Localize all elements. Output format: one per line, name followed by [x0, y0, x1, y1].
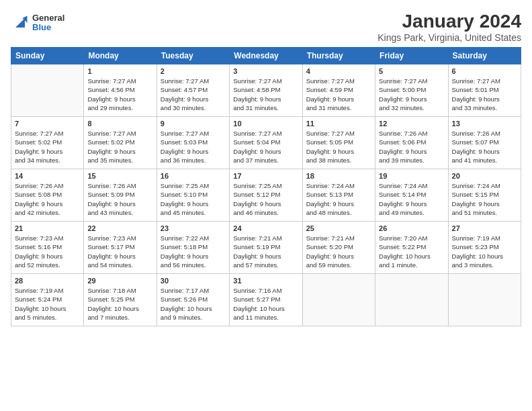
- weekday-header-friday: Friday: [375, 48, 448, 64]
- day-number: 11: [306, 120, 371, 128]
- weekday-header-tuesday: Tuesday: [157, 48, 229, 64]
- day-number: 27: [452, 224, 517, 232]
- calendar-cell: 13Sunrise: 7:26 AMSunset: 5:07 PMDayligh…: [448, 117, 521, 169]
- day-number: 6: [452, 67, 517, 75]
- day-number: 21: [15, 224, 80, 232]
- calendar-cell: 29Sunrise: 7:18 AMSunset: 5:25 PMDayligh…: [84, 274, 157, 326]
- day-number: 9: [161, 120, 226, 128]
- logo-general-text: General: [32, 13, 64, 23]
- day-info: Sunrise: 7:26 AMSunset: 5:09 PMDaylight:…: [87, 181, 152, 217]
- calendar-cell: 5Sunrise: 7:27 AMSunset: 5:00 PMDaylight…: [375, 64, 448, 117]
- day-number: 30: [161, 277, 226, 285]
- day-info: Sunrise: 7:18 AMSunset: 5:25 PMDaylight:…: [87, 286, 152, 322]
- calendar-cell: 2Sunrise: 7:27 AMSunset: 4:57 PMDaylight…: [157, 64, 229, 117]
- weekday-header-thursday: Thursday: [302, 48, 375, 64]
- calendar-cell: 1Sunrise: 7:27 AMSunset: 4:56 PMDaylight…: [84, 64, 157, 117]
- calendar-cell: 11Sunrise: 7:27 AMSunset: 5:05 PMDayligh…: [302, 117, 375, 169]
- calendar-cell: 23Sunrise: 7:22 AMSunset: 5:18 PMDayligh…: [157, 222, 229, 274]
- day-number: 5: [379, 67, 444, 75]
- day-info: Sunrise: 7:26 AMSunset: 5:06 PMDaylight:…: [379, 129, 444, 165]
- day-info: Sunrise: 7:21 AMSunset: 5:19 PMDaylight:…: [233, 234, 298, 269]
- logo: General Blue: [11, 13, 64, 33]
- day-info: Sunrise: 7:25 AMSunset: 5:12 PMDaylight:…: [233, 181, 298, 217]
- day-number: 29: [87, 277, 152, 285]
- calendar-table: SundayMondayTuesdayWednesdayThursdayFrid…: [11, 47, 521, 326]
- calendar-cell: [302, 274, 375, 326]
- day-info: Sunrise: 7:27 AMSunset: 5:05 PMDaylight:…: [306, 129, 371, 165]
- weekday-header-wednesday: Wednesday: [230, 48, 302, 64]
- calendar-cell: 18Sunrise: 7:24 AMSunset: 5:13 PMDayligh…: [302, 169, 375, 222]
- day-number: 18: [306, 172, 371, 180]
- day-number: 8: [87, 120, 152, 128]
- day-info: Sunrise: 7:20 AMSunset: 5:22 PMDaylight:…: [379, 234, 444, 269]
- calendar-cell: 31Sunrise: 7:16 AMSunset: 5:27 PMDayligh…: [230, 274, 302, 326]
- day-number: 26: [379, 224, 444, 232]
- day-info: Sunrise: 7:27 AMSunset: 4:56 PMDaylight:…: [87, 77, 152, 112]
- day-info: Sunrise: 7:26 AMSunset: 5:08 PMDaylight:…: [15, 181, 80, 217]
- calendar-cell: 12Sunrise: 7:26 AMSunset: 5:06 PMDayligh…: [375, 117, 448, 169]
- day-info: Sunrise: 7:23 AMSunset: 5:17 PMDaylight:…: [87, 234, 152, 269]
- day-info: Sunrise: 7:19 AMSunset: 5:24 PMDaylight:…: [15, 286, 80, 322]
- day-info: Sunrise: 7:19 AMSunset: 5:23 PMDaylight:…: [452, 234, 517, 269]
- calendar-cell: 14Sunrise: 7:26 AMSunset: 5:08 PMDayligh…: [11, 169, 84, 222]
- logo-text: General Blue: [32, 13, 64, 33]
- subtitle: Kings Park, Virginia, United States: [378, 32, 521, 43]
- day-info: Sunrise: 7:27 AMSunset: 5:04 PMDaylight:…: [233, 129, 298, 165]
- day-number: 13: [452, 120, 517, 128]
- day-number: 31: [233, 277, 298, 285]
- day-info: Sunrise: 7:24 AMSunset: 5:14 PMDaylight:…: [379, 181, 444, 217]
- header: General Blue January 2024 Kings Park, Vi…: [11, 11, 521, 43]
- day-info: Sunrise: 7:27 AMSunset: 5:02 PMDaylight:…: [87, 129, 152, 165]
- weekday-header-sunday: Sunday: [11, 48, 84, 64]
- logo-icon: [11, 13, 30, 32]
- calendar-cell: 28Sunrise: 7:19 AMSunset: 5:24 PMDayligh…: [11, 274, 84, 326]
- weekday-header-monday: Monday: [84, 48, 157, 64]
- main-title: January 2024: [378, 11, 521, 32]
- calendar-cell: 27Sunrise: 7:19 AMSunset: 5:23 PMDayligh…: [448, 222, 521, 274]
- weekday-header-saturday: Saturday: [448, 48, 521, 64]
- day-number: 1: [87, 67, 152, 75]
- title-block: January 2024 Kings Park, Virginia, Unite…: [378, 11, 521, 43]
- day-info: Sunrise: 7:27 AMSunset: 4:59 PMDaylight:…: [306, 77, 371, 112]
- day-number: 2: [161, 67, 226, 75]
- calendar-cell: 30Sunrise: 7:17 AMSunset: 5:26 PMDayligh…: [157, 274, 229, 326]
- page-container: General Blue January 2024 Kings Park, Vi…: [0, 0, 532, 411]
- calendar-cell: 17Sunrise: 7:25 AMSunset: 5:12 PMDayligh…: [230, 169, 302, 222]
- calendar-cell: 24Sunrise: 7:21 AMSunset: 5:19 PMDayligh…: [230, 222, 302, 274]
- day-info: Sunrise: 7:25 AMSunset: 5:10 PMDaylight:…: [161, 181, 226, 217]
- calendar-cell: 19Sunrise: 7:24 AMSunset: 5:14 PMDayligh…: [375, 169, 448, 222]
- day-info: Sunrise: 7:22 AMSunset: 5:18 PMDaylight:…: [161, 234, 226, 269]
- day-number: 7: [15, 120, 80, 128]
- day-info: Sunrise: 7:24 AMSunset: 5:13 PMDaylight:…: [306, 181, 371, 217]
- day-number: 4: [306, 67, 371, 75]
- calendar-cell: 7Sunrise: 7:27 AMSunset: 5:02 PMDaylight…: [11, 117, 84, 169]
- day-info: Sunrise: 7:24 AMSunset: 5:15 PMDaylight:…: [452, 181, 517, 217]
- week-row-2: 7Sunrise: 7:27 AMSunset: 5:02 PMDaylight…: [11, 117, 521, 169]
- calendar-cell: 21Sunrise: 7:23 AMSunset: 5:16 PMDayligh…: [11, 222, 84, 274]
- day-number: 10: [233, 120, 298, 128]
- day-number: 25: [306, 224, 371, 232]
- calendar-cell: 9Sunrise: 7:27 AMSunset: 5:03 PMDaylight…: [157, 117, 229, 169]
- calendar-cell: 16Sunrise: 7:25 AMSunset: 5:10 PMDayligh…: [157, 169, 229, 222]
- day-info: Sunrise: 7:27 AMSunset: 4:57 PMDaylight:…: [161, 77, 226, 112]
- calendar-cell: [11, 64, 84, 117]
- day-number: 3: [233, 67, 298, 75]
- calendar-cell: [448, 274, 521, 326]
- day-number: 20: [452, 172, 517, 180]
- day-number: 17: [233, 172, 298, 180]
- day-number: 15: [87, 172, 152, 180]
- week-row-1: 1Sunrise: 7:27 AMSunset: 4:56 PMDaylight…: [11, 64, 521, 117]
- day-info: Sunrise: 7:27 AMSunset: 5:00 PMDaylight:…: [379, 77, 444, 112]
- calendar-cell: 10Sunrise: 7:27 AMSunset: 5:04 PMDayligh…: [230, 117, 302, 169]
- week-row-5: 28Sunrise: 7:19 AMSunset: 5:24 PMDayligh…: [11, 274, 521, 326]
- day-info: Sunrise: 7:26 AMSunset: 5:07 PMDaylight:…: [452, 129, 517, 165]
- day-info: Sunrise: 7:21 AMSunset: 5:20 PMDaylight:…: [306, 234, 371, 269]
- day-number: 12: [379, 120, 444, 128]
- calendar-cell: 4Sunrise: 7:27 AMSunset: 4:59 PMDaylight…: [302, 64, 375, 117]
- calendar-cell: 25Sunrise: 7:21 AMSunset: 5:20 PMDayligh…: [302, 222, 375, 274]
- day-number: 28: [15, 277, 80, 285]
- calendar-cell: 8Sunrise: 7:27 AMSunset: 5:02 PMDaylight…: [84, 117, 157, 169]
- calendar-cell: 6Sunrise: 7:27 AMSunset: 5:01 PMDaylight…: [448, 64, 521, 117]
- calendar-cell: 20Sunrise: 7:24 AMSunset: 5:15 PMDayligh…: [448, 169, 521, 222]
- calendar-cell: [375, 274, 448, 326]
